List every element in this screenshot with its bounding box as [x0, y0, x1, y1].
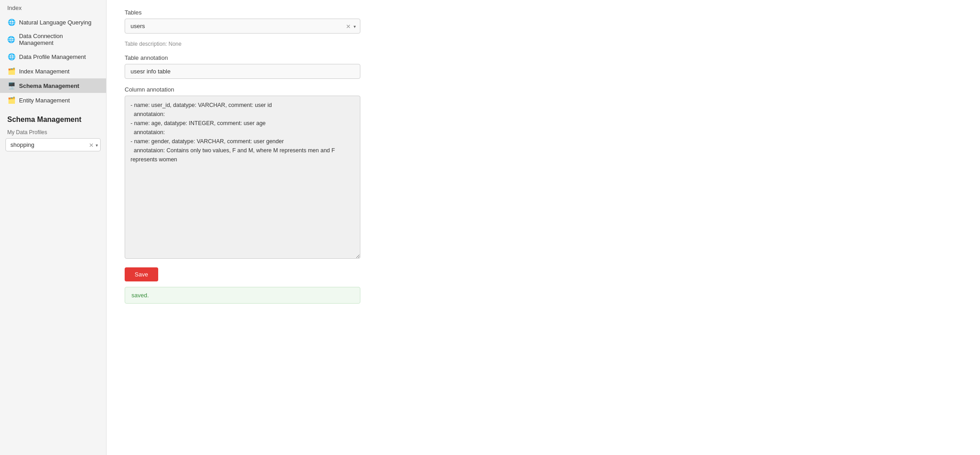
table-annotation-label: Table annotation: [125, 54, 360, 61]
sidebar-item-data-profile-management[interactable]: 🌐 Data Profile Management: [0, 49, 106, 64]
grid-icon-im: 🗂️: [7, 67, 15, 75]
sidebar-item-label-dcm: Data Connection Management: [19, 33, 99, 46]
table-description-group: Table description: None: [125, 41, 360, 47]
sidebar-item-label-dpm: Data Profile Management: [19, 53, 86, 60]
sidebar-item-schema-management[interactable]: 🖥️ Schema Management: [0, 78, 106, 93]
sidebar-nav: 🌐 Natural Language Querying 🌐 Data Conne…: [0, 15, 106, 107]
my-data-profiles-label: My Data Profiles: [0, 127, 106, 138]
sidebar-item-index-management[interactable]: 🗂️ Index Management: [0, 64, 106, 78]
column-annotation-label: Column annotation: [125, 86, 360, 93]
tables-select-wrapper: users ✕ ▾: [125, 19, 360, 34]
save-button[interactable]: Save: [125, 267, 158, 281]
profile-select-wrapper: shopping ✕ ▾: [0, 138, 106, 151]
globe-icon-nlq: 🌐: [7, 18, 15, 26]
column-annotation-group: Column annotation: [125, 86, 360, 260]
tables-select-icons: ✕ ▾: [346, 23, 356, 29]
sidebar-item-label-im: Index Management: [19, 68, 69, 75]
sidebar-item-entity-management[interactable]: 🗂️ Entity Management: [0, 93, 106, 107]
sidebar: Index 🌐 Natural Language Querying 🌐 Data…: [0, 0, 107, 455]
tables-label: Tables: [125, 9, 360, 16]
column-annotation-textarea[interactable]: [125, 96, 360, 259]
sidebar-item-label-sm: Schema Management: [19, 82, 79, 89]
sidebar-item-label-nlq: Natural Language Querying: [19, 19, 92, 26]
table-description-text: Table description: None: [125, 41, 360, 47]
tables-chevron-icon: ▾: [354, 24, 356, 29]
save-button-wrapper: Save: [125, 267, 962, 281]
grid-icon-em: 🗂️: [7, 96, 15, 104]
sidebar-item-data-connection-management[interactable]: 🌐 Data Connection Management: [0, 29, 106, 49]
tables-field-group: Tables users ✕ ▾: [125, 9, 360, 34]
table-annotation-group: Table annotation: [125, 54, 360, 79]
saved-message: saved.: [125, 287, 360, 304]
profile-select[interactable]: shopping: [5, 138, 101, 151]
tables-clear-icon[interactable]: ✕: [346, 23, 351, 29]
main-content: Tables users ✕ ▾ Table description: None…: [107, 0, 980, 455]
tables-select[interactable]: users: [125, 19, 360, 34]
sidebar-section-title: Schema Management: [0, 107, 106, 127]
sidebar-item-label-em: Entity Management: [19, 97, 70, 104]
sidebar-item-natural-language-querying[interactable]: 🌐 Natural Language Querying: [0, 15, 106, 29]
globe-icon-dpm: 🌐: [7, 53, 15, 61]
sidebar-index-label: Index: [0, 0, 106, 15]
globe-icon-dcm: 🌐: [7, 35, 15, 44]
table-annotation-input[interactable]: [125, 64, 360, 79]
monitor-icon-sm: 🖥️: [7, 82, 15, 90]
